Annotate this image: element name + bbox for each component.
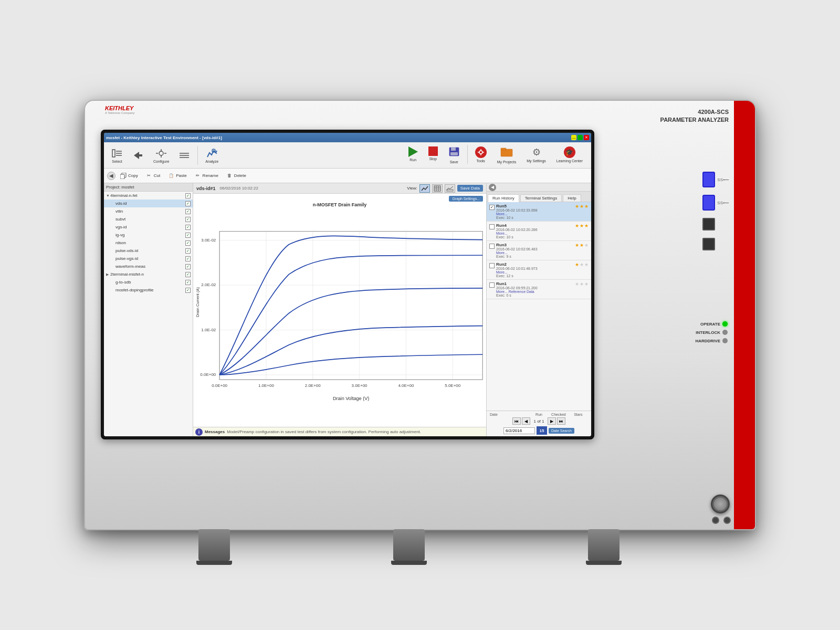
pg-text: 1 of 1 (531, 419, 546, 424)
run-info: Run5 2016-06-02 10:02:33.898 More... Exe… (496, 204, 573, 219)
mysettings-button[interactable]: ⚙ My Settings (522, 145, 550, 165)
copy-button[interactable]: Copy (117, 171, 141, 181)
select-icon (111, 148, 123, 159)
run-more[interactable]: More... (496, 232, 573, 235)
tree-checkbox[interactable]: ✓ (185, 272, 191, 277)
tree-checkbox[interactable]: ✓ (185, 240, 191, 246)
save-data-button[interactable]: Save Data (457, 185, 483, 192)
tab-help[interactable]: Help (563, 194, 581, 202)
tree-checkbox[interactable]: ✓ (185, 193, 191, 198)
analyze-button[interactable]: Analyze (202, 146, 222, 165)
rp-back-btn[interactable]: ◀ (489, 184, 496, 191)
tree-item[interactable]: vtlin✓ (104, 207, 193, 215)
tree-item[interactable]: ▶2terminal-misfet-n✓ (104, 270, 193, 278)
star-icon: ★ (575, 204, 579, 209)
run-more[interactable]: More... (496, 251, 573, 255)
center-area: vds-id#1 06/02/2016 10:02:22 View: (193, 183, 486, 436)
run-name: Run5 (496, 204, 573, 208)
chart-svg: 3.0E-02 2.0E-02 1.0E-02 0.0E+00 0.0E+00 … (193, 194, 486, 427)
run-history-list: ✓ Run5 2016-06-02 10:02:33.898 More... E… (487, 202, 591, 411)
tree-item[interactable]: ig-vg✓ (104, 231, 193, 239)
svg-rect-17 (450, 152, 458, 155)
tree-checkbox[interactable]: ✓ (185, 248, 191, 254)
power-button[interactable] (711, 495, 730, 513)
svg-rect-27 (434, 186, 440, 191)
tree-item[interactable]: waveform-meas✓ (104, 262, 193, 270)
tree-checkbox[interactable]: ✓ (185, 256, 191, 261)
date-calendar-btn[interactable]: 15 (537, 426, 547, 435)
tree-checkbox[interactable]: ✓ (185, 209, 191, 214)
tree-item[interactable]: g-to-sdb✓ (104, 278, 193, 286)
configure-label: Configure (153, 160, 169, 163)
select-button[interactable]: Select (108, 146, 126, 165)
tab-terminal-settings[interactable]: Terminal Settings (520, 194, 562, 202)
run-checkbox[interactable] (489, 263, 495, 268)
tree-checkbox[interactable]: ✓ (185, 264, 191, 269)
usb2-port-2 (702, 238, 715, 250)
usb3-label-1: SS⟵ (717, 177, 729, 182)
cut-button[interactable]: ✂ Cut (142, 171, 163, 181)
pg-prev-btn[interactable]: ◀ (522, 417, 530, 425)
tree-checkbox[interactable]: ✓ (185, 201, 191, 206)
configure-button[interactable]: Configure (150, 146, 172, 165)
view-graph-btn[interactable] (419, 184, 430, 193)
interlock-row: INTERLOCK (696, 330, 728, 335)
svg-text:5.0E+00: 5.0E+00 (445, 383, 460, 388)
star-icon: ★ (580, 262, 584, 267)
run-item[interactable]: Run3 2016-06-02 10:02:06.483 More... Exe… (487, 241, 591, 260)
date-search-button[interactable]: Date Search (549, 428, 574, 434)
run-checkbox[interactable] (489, 282, 495, 288)
tree-checkbox[interactable]: ✓ (185, 280, 191, 285)
operate-light (722, 321, 728, 327)
tree-item[interactable]: ▼4terminal-n-fet✓ (104, 192, 193, 200)
run-item[interactable]: ✓ Run5 2016-06-02 10:02:33.898 More... E… (487, 202, 591, 222)
date-field[interactable] (503, 427, 535, 434)
stop-button[interactable]: Stop (424, 145, 442, 165)
run-exec: Exec: 0 s (496, 293, 573, 297)
back-button[interactable]: ◀ (107, 172, 116, 180)
tree-item[interactable]: mosfet-dopingprofile✓ (104, 286, 193, 294)
rename-button[interactable]: ✏ Rename (191, 171, 222, 181)
tree-item[interactable]: vds-id✓ (104, 200, 193, 207)
run-checkbox[interactable] (489, 224, 495, 229)
run-info: Run1 2016-06-02 09:55:21.200 More... Ref… (496, 281, 573, 297)
minimize-button[interactable]: — (571, 135, 576, 140)
tree-item[interactable]: pulse-vgs-id✓ (104, 255, 193, 262)
close-button[interactable]: ✕ (584, 135, 589, 140)
graph-settings-button[interactable]: Graph Settings... (449, 196, 483, 202)
tree-checkbox[interactable]: ✓ (185, 225, 191, 230)
maximize-button[interactable]: □ (578, 135, 583, 140)
view-table-btn[interactable] (432, 184, 443, 193)
pg-last-btn[interactable]: ⏭ (557, 417, 565, 425)
view-split-btn[interactable] (445, 184, 455, 193)
run-more[interactable]: More... (496, 212, 573, 216)
run-item[interactable]: Run2 2016-06-02 10:01:48.973 More... Exe… (487, 260, 591, 280)
run-exec: Exec: 10 s (496, 235, 573, 239)
run-item[interactable]: Run4 2016-06-02 10:02:20.286 More... Exe… (487, 222, 591, 241)
tree-item[interactable]: pulse-vds-id✓ (104, 247, 193, 255)
run-more[interactable]: More... (496, 270, 573, 274)
tools-button[interactable]: Tools (471, 145, 491, 165)
tree-checkbox[interactable]: ✓ (185, 217, 191, 222)
paste-button[interactable]: 📋 Paste (164, 171, 190, 181)
run-checkbox[interactable] (489, 244, 495, 249)
tree-checkbox[interactable]: ✓ (185, 288, 191, 293)
myprojects-button[interactable]: My Projects (493, 145, 521, 165)
tree-item[interactable]: vgs-id✓ (104, 223, 193, 231)
svg-text:1.0E-02: 1.0E-02 (201, 328, 216, 332)
pg-next-btn[interactable]: ▶ (548, 417, 556, 425)
tree-checkbox[interactable]: ✓ (185, 233, 191, 238)
run-item[interactable]: Run1 2016-06-02 09:55:21.200 More... Ref… (487, 280, 591, 299)
learningcenter-button[interactable]: 🎓 Learning Center (552, 145, 587, 165)
run-button[interactable]: Run (404, 145, 422, 165)
tree-item[interactable]: subvt✓ (104, 215, 193, 223)
tree-item[interactable]: rdson✓ (104, 239, 193, 247)
tab-run-history[interactable]: Run History (488, 194, 519, 202)
more-button[interactable] (175, 148, 193, 163)
run-checkbox[interactable]: ✓ (489, 205, 495, 210)
pg-first-btn[interactable]: ⏮ (512, 417, 521, 425)
arrow-button[interactable] (129, 148, 147, 163)
run-more[interactable]: More... Reference Data (496, 290, 573, 293)
save-button[interactable]: Save (444, 145, 464, 165)
delete-button[interactable]: 🗑 Delete (223, 171, 249, 181)
